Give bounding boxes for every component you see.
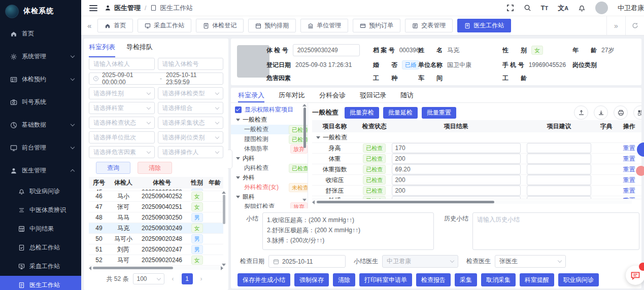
tree-item[interactable]: 内科检查已检查 [231,163,308,173]
tree-root-checkbox-row[interactable]: 显示权限科室项目 [231,104,308,115]
breadcrumb-level1[interactable]: 医生管理 [114,4,141,13]
table-row[interactable]: 52 马可 202509020246 女 [89,255,223,266]
date-range-picker[interactable]: 2025-09-01 00:00:00 - 2025-10-11 23:59:5… [89,72,223,85]
tree-vertical-scrollbar[interactable] [302,104,307,206]
sidebar-item-interim[interactable]: 中间结果 [0,220,81,238]
print-dept-form-button[interactable]: 打印科室申请单 [359,273,412,286]
sidebar-item-frontdesk[interactable]: 前台管理 [0,136,81,159]
scroll-thumb[interactable] [223,195,225,224]
force-save-button[interactable]: 强制保存 [294,273,329,286]
sidebar-item-final-check[interactable]: 总检工作站 [0,238,81,257]
layout-button[interactable] [633,105,641,120]
clear-button[interactable]: 清除 [333,273,355,286]
select-collect-status[interactable]: 请选择采集状态 [158,117,224,129]
search-icon[interactable] [524,4,531,12]
dept-reminder-button[interactable]: 科室提醒 [520,273,554,286]
result-input[interactable] [392,175,521,185]
sidebar-item-home[interactable]: 首页 [0,22,81,45]
select-sex[interactable]: 请选择性别 [89,87,155,99]
refresh-icon[interactable] [625,16,644,35]
sidebar-item-occupational[interactable]: 职业病问诊 [0,182,81,201]
page-size-select[interactable]: 100 [133,273,164,284]
advice-input[interactable] [527,154,592,164]
batch-delay-button[interactable]: 批量延检 [383,107,418,119]
upload-button[interactable] [574,105,588,120]
select-operator[interactable]: 请选择操作人 [158,146,224,158]
exam-no-input[interactable] [293,44,360,56]
table-row[interactable]: 46 马小 202509040252 女 [89,191,223,202]
prev-page-button[interactable]: ‹ [168,275,178,282]
avatar[interactable] [595,2,608,14]
scroll-right-icon[interactable] [221,266,223,270]
tab-subspecialty-consult[interactable]: 分科会诊 [319,88,346,102]
tab-reject-records[interactable]: 驳回记录 [360,88,386,102]
scroll-left-icon[interactable] [312,200,315,204]
table-row[interactable]: 50 马可小 202509020248 男 [89,234,223,244]
scroll-thumb[interactable] [93,267,173,269]
scroll-thumb[interactable] [317,201,494,203]
batch-reset-button[interactable]: 批量重置 [422,107,456,119]
clear-button[interactable]: 清除 [138,162,172,174]
select-check-status[interactable]: 请选择检查状态 [89,117,155,129]
result-input[interactable] [392,164,521,174]
query-button[interactable]: 查询 [96,162,130,174]
tab-home[interactable]: 首页 [97,19,133,32]
advice-input[interactable] [527,143,592,153]
items-horizontal-scrollbar[interactable] [312,200,632,204]
search-examno-input[interactable] [158,58,224,70]
tree-group[interactable]: 眼科 [231,192,308,202]
fullscreen-icon[interactable] [506,4,514,12]
scroll-down-icon[interactable] [302,199,307,201]
floating-action-pink[interactable] [636,166,644,176]
tab-blood-station[interactable]: 采血工作站 [138,19,191,32]
exam-date-picker[interactable]: 2025-10-11 [268,255,346,268]
tab-followup[interactable]: 随访 [400,88,414,102]
sidebar-item-system[interactable]: 系统管理 [0,45,81,68]
table-horizontal-scrollbar[interactable] [89,266,223,270]
table-row[interactable]: 47 张可 202509040251 女 [89,202,223,212]
tree-item[interactable]: 体脂肪率放弃 [231,144,308,154]
select-hazard[interactable]: 请选择危害因素 [89,146,155,158]
tab-exam-register[interactable]: 体检登记 [196,19,244,32]
reset-link[interactable]: 重置 [617,176,641,185]
tab-company-mgmt[interactable]: 单位管理 [300,19,348,32]
tab-guide-queue[interactable]: 导检排队 [126,43,153,55]
select-post-type[interactable]: 请选择岗位类别 [158,131,224,143]
occupational-consult-button[interactable]: 职业病问诊 [558,273,599,286]
tree-item[interactable]: 外科检查(女)未检查 [231,183,308,192]
tab-doctor-station[interactable]: 医生工作站 [457,19,511,32]
user-name[interactable]: 中卫君康 [618,4,644,13]
sidebar-item-doctor-station[interactable]: 医生工作站 [0,276,81,290]
sidebar-item-basedata[interactable]: 基础数据 [0,114,81,136]
font-size-icon[interactable]: TT [541,4,549,12]
select-unit-batch[interactable]: 请选择单位批次 [89,131,155,143]
result-input[interactable] [392,196,521,199]
batch-abandon-button[interactable]: 批量弃检 [345,107,379,119]
tab-booking-orders[interactable]: 预约订单 [353,19,400,32]
items-group-row[interactable]: 一般检查 [312,132,641,143]
sidebar-item-tcm[interactable]: 中医体质辨识 [0,201,81,220]
advice-input[interactable] [527,175,592,185]
advice-input[interactable] [527,186,592,196]
menu-toggle-icon[interactable] [89,4,97,13]
select-dept[interactable]: 请选择科室 [89,102,155,114]
checkbox-checked-icon[interactable] [235,106,242,113]
table-vertical-scrollbar[interactable] [221,191,226,268]
save-generate-summary-button[interactable]: 保存并生成小结 [238,273,290,286]
collect-button[interactable]: 采集 [455,273,477,286]
tree-item[interactable]: 腰围检测已检查 [231,134,308,144]
translate-icon[interactable]: 文A [558,4,568,13]
bell-icon[interactable] [578,4,586,12]
search-person-input[interactable] [89,58,155,70]
collapse-handle[interactable] [228,150,232,169]
result-input[interactable] [392,186,521,196]
scroll-up-icon[interactable] [302,104,307,106]
reset-link[interactable]: 重置 [617,196,641,199]
sidebar-item-queue[interactable]: 叫号系统 [0,91,81,114]
tab-dept-list[interactable]: 科室列表 [89,43,115,55]
tab-schedule[interactable]: 预约排期 [248,19,296,32]
scroll-thumb[interactable] [303,107,306,148]
reset-link[interactable]: 重置 [617,187,641,195]
reset-link[interactable]: 重置 [617,155,641,163]
tab-history-compare[interactable]: 历年对比 [279,88,305,102]
